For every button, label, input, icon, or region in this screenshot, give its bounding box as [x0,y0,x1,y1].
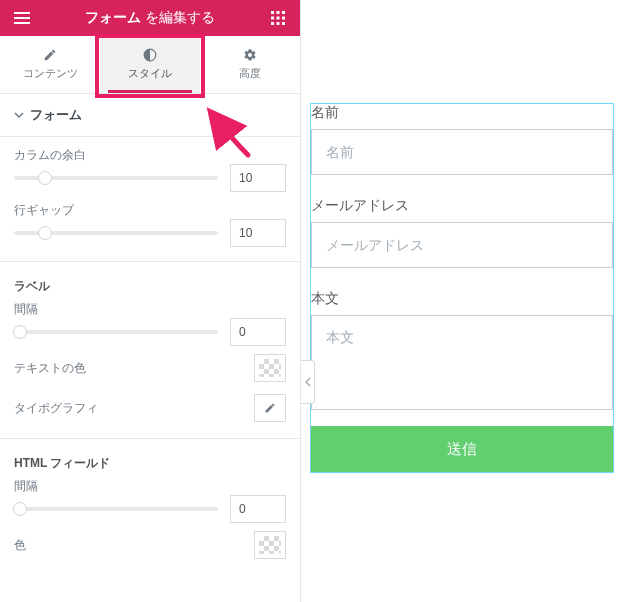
html-spacing-label: 間隔 [14,478,286,495]
name-label: 名前 [311,104,613,122]
tab-content-label: コンテンツ [23,66,78,81]
tab-advanced-label: 高度 [239,66,261,81]
tab-style-label: スタイル [128,66,172,81]
svg-rect-7 [277,22,280,25]
submit-button[interactable]: 送信 [311,426,613,472]
html-spacing-input[interactable] [230,495,286,523]
row-gap-label: 行ギャップ [14,202,286,219]
svg-rect-6 [271,22,274,25]
menu-button[interactable] [8,0,36,36]
html-color-label: 色 [14,537,26,554]
svg-rect-5 [282,17,285,20]
svg-rect-2 [282,11,285,14]
tab-style[interactable]: スタイル [100,36,200,93]
tab-content[interactable]: コンテンツ [0,36,100,93]
label-spacing-label: 間隔 [14,301,286,318]
label-spacing-slider[interactable] [14,323,218,341]
apps-button[interactable] [264,0,292,36]
form-widget[interactable]: 名前 メールアドレス 本文 送信 [311,104,613,472]
email-label: メールアドレス [311,197,613,215]
contrast-icon [143,48,157,62]
svg-rect-4 [277,17,280,20]
svg-rect-8 [282,22,285,25]
column-gap-input[interactable] [230,164,286,192]
typography-label: タイポグラフィ [14,400,98,417]
field-message: 本文 [311,290,613,414]
label-spacing-input[interactable] [230,318,286,346]
chevron-left-icon [305,377,311,387]
transparent-swatch-icon [259,359,281,377]
message-input[interactable] [311,315,613,410]
panel-body: フォーム カラムの余白 行ギャップ ラベル 間隔 [0,94,300,602]
column-gap-slider[interactable] [14,169,218,187]
text-color-picker[interactable] [254,354,286,382]
message-label: 本文 [311,290,613,308]
section-form-title: フォーム [30,106,82,124]
section-form-header[interactable]: フォーム [0,94,300,137]
section-html-field-title: HTML フィールド [14,455,286,472]
editor-panel: フォーム を編集する コンテンツ スタイル [0,0,301,602]
caret-down-icon [14,110,24,120]
row-gap-slider[interactable] [14,224,218,242]
panel-collapse-handle[interactable] [301,360,315,404]
section-label-body: ラベル 間隔 テキストの色 タイポグラフィ [0,262,300,439]
pencil-icon [43,48,57,62]
html-spacing-slider[interactable] [14,500,218,518]
tab-advanced[interactable]: 高度 [200,36,300,93]
html-color-picker[interactable] [254,531,286,559]
name-input[interactable] [311,129,613,175]
field-email: メールアドレス [311,197,613,268]
typography-edit-button[interactable] [254,394,286,422]
preview-canvas: 名前 メールアドレス 本文 送信 [301,0,623,602]
field-name: 名前 [311,104,613,175]
gear-icon [243,48,257,62]
text-color-label: テキストの色 [14,360,86,377]
hamburger-icon [14,12,30,24]
transparent-swatch-icon [259,536,281,554]
section-label-title: ラベル [14,278,286,295]
apps-icon [271,11,285,25]
panel-header: フォーム を編集する [0,0,300,36]
tabs: コンテンツ スタイル 高度 [0,36,300,94]
section-form-body: カラムの余白 行ギャップ [0,137,300,262]
row-gap-input[interactable] [230,219,286,247]
svg-rect-3 [271,17,274,20]
svg-rect-1 [277,11,280,14]
pencil-icon [264,402,276,414]
svg-rect-0 [271,11,274,14]
section-html-field-body: HTML フィールド 間隔 色 [0,439,300,565]
panel-title: フォーム を編集する [85,9,215,27]
column-gap-label: カラムの余白 [14,147,286,164]
email-input[interactable] [311,222,613,268]
